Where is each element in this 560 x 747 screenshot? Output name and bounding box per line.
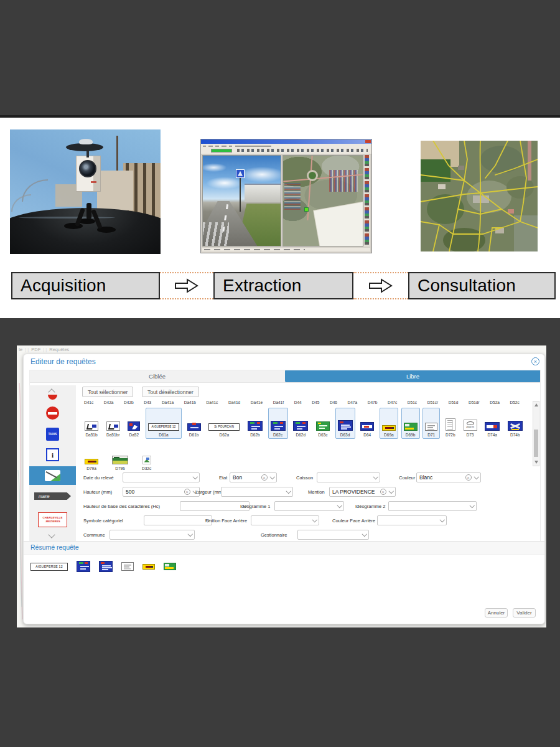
sign-cell[interactable]: D69b: [401, 408, 420, 439]
category-direction-signs-selected[interactable]: [29, 466, 76, 485]
sign-cell[interactable]: AIGUEPERSE 12 D61a: [146, 408, 182, 439]
category-taxis-sign[interactable]: TAXIS: [46, 428, 59, 441]
summary-sign: [77, 561, 90, 572]
field-label: Idéogramme 1: [240, 504, 270, 509]
hauteur-field[interactable]: 500×: [123, 487, 200, 497]
dialog-title: Editeur de requêtes: [30, 357, 96, 366]
symbole-field[interactable]: [144, 515, 212, 525]
sign-text: AIGUEPERSE 12: [152, 425, 176, 428]
parking-lot: [329, 170, 358, 192]
sign-cell[interactable]: 2000 m D73: [461, 408, 480, 439]
camera-lens: [79, 160, 96, 177]
sign-type-label: D79a: [86, 467, 96, 471]
category-no-entry-sign[interactable]: [46, 406, 59, 420]
cancel-button[interactable]: Annuler: [485, 608, 508, 618]
clear-icon[interactable]: ×: [261, 474, 268, 481]
camera-unit: [76, 156, 101, 192]
select-all-button[interactable]: Tout sélectionner: [82, 387, 133, 397]
sign-type-label: Da41c: [207, 400, 218, 405]
sign-cell[interactable]: D32c: [139, 446, 154, 472]
clear-icon[interactable]: ×: [184, 489, 190, 495]
window-titlebar: [201, 139, 371, 144]
sign-cell[interactable]: Da51b: [82, 408, 101, 439]
category-info-sign[interactable]: i: [46, 448, 59, 461]
crosswalk: [203, 222, 229, 246]
field-label: Largeur (mm): [195, 489, 223, 495]
gestionnaire-field[interactable]: [297, 530, 369, 540]
sign-cell[interactable]: D62d: [291, 408, 310, 439]
scroll-up-chevron-icon[interactable]: [49, 388, 55, 394]
validate-button[interactable]: Valider: [513, 608, 536, 618]
grid-scrollbar[interactable]: [533, 401, 539, 466]
finition-field[interactable]: [251, 515, 319, 525]
sign-cell[interactable]: D63d: [335, 408, 355, 439]
sign-thumbnail: St POURÇAIN: [208, 423, 240, 431]
chevron-down-icon: [388, 489, 393, 494]
mention-field[interactable]: LA PROVIDENCE×: [329, 487, 396, 497]
sign-thumbnail: [85, 459, 98, 464]
sign-cell[interactable]: D61b: [185, 408, 203, 439]
sign-cell[interactable]: D72b: [443, 408, 458, 439]
chevron-down-icon: [187, 532, 192, 537]
sign-cell[interactable]: D63c: [314, 408, 332, 439]
scrollbar-up-arrow-icon[interactable]: [534, 403, 538, 406]
field-label: Gestionnaire: [261, 532, 287, 538]
etat-field[interactable]: Bon×: [230, 472, 277, 482]
sign-cell[interactable]: D74a: [482, 408, 502, 439]
sign-type-label: D63d: [340, 433, 350, 438]
date-releve-field[interactable]: [123, 472, 200, 482]
flow-step-consultation: Consultation: [408, 272, 556, 299]
sign-cell[interactable]: D71: [422, 408, 440, 439]
scrollbar-thumb[interactable]: [534, 430, 538, 456]
sign-cell[interactable]: D69a: [380, 408, 398, 439]
couleur-arriere-field[interactable]: [377, 515, 447, 525]
caisson-field[interactable]: [317, 472, 380, 482]
sign-text: St POURÇAIN: [214, 425, 234, 428]
scrolled-sign-labels: D41c D42a D42b D43 Da41a Da41b Da41c Da4…: [84, 400, 520, 405]
aerial-map-art: [421, 141, 538, 251]
largeur-field[interactable]: [221, 487, 293, 497]
summary-sign: [121, 562, 134, 571]
clear-icon[interactable]: ×: [380, 489, 386, 495]
background-menu-item[interactable]: te: [19, 347, 22, 352]
background-menu-item[interactable]: Requêtes: [49, 347, 69, 352]
clear-icon[interactable]: ×: [465, 474, 472, 481]
scroll-down-chevron-icon[interactable]: [49, 533, 55, 539]
progress-bar: [211, 149, 232, 153]
sign-cell[interactable]: Da52: [125, 408, 142, 439]
sign-type-label: D52a: [490, 400, 500, 405]
category-mairie-sign[interactable]: mairie: [34, 492, 71, 500]
sign-type-label: D62c: [273, 433, 282, 438]
sign-cell[interactable]: D79b: [110, 446, 131, 472]
parking-lot: [284, 183, 301, 210]
sign-cell[interactable]: Da51br: [104, 408, 123, 439]
sign-thumbnail: [187, 423, 201, 431]
background-menu-item[interactable]: PDF: [31, 347, 40, 352]
field-label: Etat: [219, 475, 227, 481]
sign-thumbnail: [271, 421, 286, 431]
sign-thumbnail: [248, 421, 263, 431]
commune-field[interactable]: [110, 530, 195, 540]
partial-sign: [48, 395, 57, 400]
sign-type-label: D74b: [510, 433, 520, 438]
hauteur-base-field[interactable]: [180, 501, 250, 511]
car-roof: [10, 208, 161, 254]
summary-title: Résumé requête: [30, 543, 79, 551]
close-icon[interactable]: ×: [531, 357, 539, 365]
sign-cell[interactable]: D74b: [505, 408, 525, 439]
scrollbar-down-arrow-icon[interactable]: [534, 461, 538, 464]
couleur-field[interactable]: Blanc×: [416, 472, 481, 482]
sign-cell[interactable]: D62b: [245, 408, 265, 439]
ideogramme2-field[interactable]: [388, 501, 477, 511]
sign-cell[interactable]: St POURÇAIN D62a: [206, 408, 242, 439]
sign-cell[interactable]: D62c: [268, 408, 288, 439]
map-sign-icon: [45, 470, 60, 481]
deselect-all-button[interactable]: Tout désélectionner: [142, 387, 199, 397]
sign-cell[interactable]: D79a: [82, 446, 101, 472]
category-locality-sign[interactable]: CHARLEVILLE -MEZIERES: [38, 512, 67, 527]
ideogramme1-field[interactable]: [274, 501, 344, 511]
summary-signs: AIGUEPERSE 12: [30, 560, 176, 573]
sign-type-label: D61a: [159, 433, 169, 438]
sign-cell[interactable]: D64: [358, 408, 376, 439]
sign-type-label: Da52: [129, 433, 139, 438]
